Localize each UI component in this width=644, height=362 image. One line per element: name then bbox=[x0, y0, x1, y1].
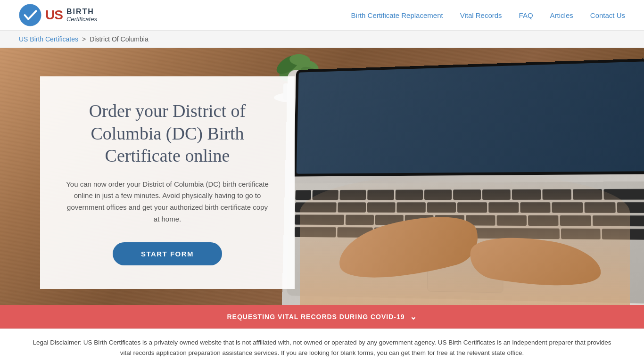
logo-link[interactable]: US BIRTH Certificates bbox=[19, 4, 97, 26]
svg-point-0 bbox=[19, 4, 41, 26]
breadcrumb: US Birth Certificates > District Of Colu… bbox=[0, 31, 644, 48]
disclaimer-section: Legal Disclaimer: US Birth Certificates … bbox=[0, 329, 644, 362]
breadcrumb-current: District Of Columbia bbox=[90, 35, 148, 43]
covid-banner-text: REQUESTING VITAL RECORDS DURING COVID-19 bbox=[227, 313, 405, 321]
logo-us-text: US bbox=[45, 8, 63, 23]
breadcrumb-separator: > bbox=[82, 35, 86, 43]
chevron-down-icon: ⌄ bbox=[410, 312, 417, 322]
covid-banner[interactable]: REQUESTING VITAL RECORDS DURING COVID-19… bbox=[0, 305, 644, 329]
main-nav: Birth Certificate Replacement Vital Reco… bbox=[351, 11, 625, 19]
hero-body-text: You can now order your District of Colum… bbox=[64, 179, 271, 225]
nav-vital-records[interactable]: Vital Records bbox=[460, 11, 502, 19]
start-form-button[interactable]: START FORM bbox=[113, 242, 222, 265]
hands-decoration bbox=[300, 173, 630, 305]
nav-contact-us[interactable]: Contact Us bbox=[590, 11, 625, 19]
hero-heading: Order your District of Columbia (DC) Bir… bbox=[64, 100, 271, 167]
hero-card: Order your District of Columbia (DC) Bir… bbox=[40, 76, 295, 289]
logo-icon bbox=[19, 4, 41, 26]
breadcrumb-home[interactable]: US Birth Certificates bbox=[19, 35, 78, 43]
nav-birth-certificate[interactable]: Birth Certificate Replacement bbox=[351, 11, 443, 19]
site-header: US BIRTH Certificates Birth Certificate … bbox=[0, 0, 644, 31]
nav-articles[interactable]: Articles bbox=[550, 11, 573, 19]
hero-section: Order your District of Columbia (DC) Bir… bbox=[0, 48, 644, 305]
logo-birth-text: BIRTH Certificates bbox=[66, 8, 97, 23]
disclaimer-text: Legal Disclaimer: US Birth Certificates … bbox=[28, 337, 616, 359]
nav-faq[interactable]: FAQ bbox=[519, 11, 533, 19]
